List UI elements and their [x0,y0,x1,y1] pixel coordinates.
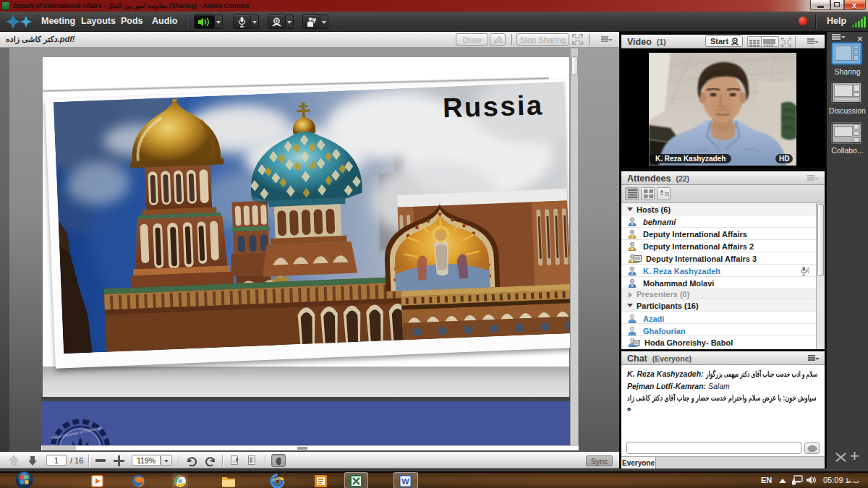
svg-text:W: W [401,477,409,486]
